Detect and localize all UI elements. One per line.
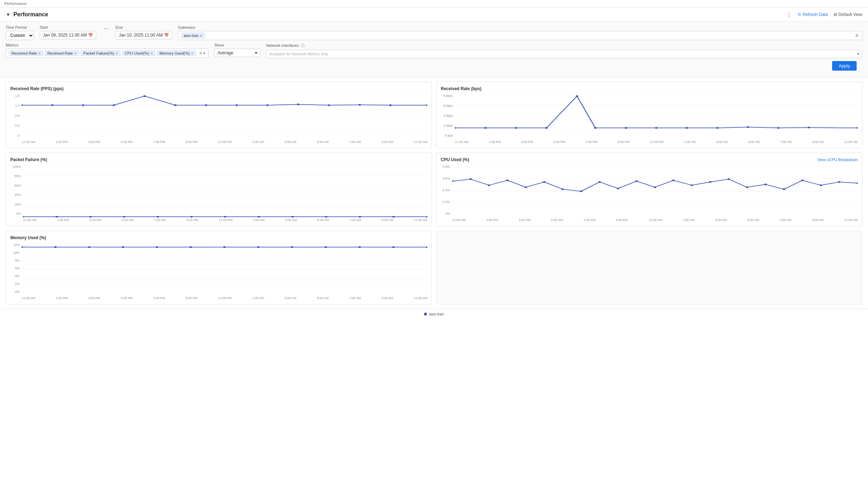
metric-tag-close-2[interactable]: ✕ [74,51,77,55]
add-icon: ▾ [203,51,205,56]
x-axis-label: 11:00 PM [219,218,233,222]
x-axis-label: 3:00 PM [521,140,533,144]
metric-tag-close-4[interactable]: ✕ [150,51,153,55]
svg-point-35 [777,127,780,129]
network-int-input[interactable]: Available for Network Metrics only ▾ [266,50,862,58]
x-axis-label: 11:00 PM [649,218,662,222]
y-axis-label: 20% [15,203,21,206]
svg-point-14 [297,104,299,105]
svg-point-93 [54,246,57,248]
end-label: End [115,25,172,29]
y-axis-label: 0.8 [15,114,20,117]
received-rate-pps-chart: Received Rate (PPS) (pps) 1.6 1.2 0.8 0.… [6,82,432,148]
x-axis-label: 5:00 AM [317,140,329,144]
gateways-input[interactable]: aws-tran ✕ ✕ [178,31,862,40]
y-axis-label: 0 bps [445,134,453,137]
x-axis-label: 7:00 PM [585,140,597,144]
x-axis-label: 1:00 AM [683,218,694,222]
svg-point-104 [426,246,427,248]
x-axis-label: 9:00 PM [186,218,199,222]
x-axis-label: 9:00 AM [381,218,393,222]
y-axis-label: 0% [16,212,21,215]
received-rate-bps-chart: Received Rate (bps) 8 kbps 6 kbps 4 kbps… [436,82,862,148]
svg-point-11 [205,104,207,106]
svg-point-13 [266,104,269,106]
metric-tag-packet-failure: Packet Failure(%) ✕ [81,50,120,56]
packet-failure-svg [23,165,427,218]
end-date-input[interactable]: Jan 10, 2025 11:00 AM 📅 [115,31,172,39]
y-axis-label: 40% [15,193,21,197]
svg-point-32 [685,127,688,129]
y-axis-label: 8% [15,259,20,262]
metric-tag-received-rate-1: Received Rate ✕ [9,50,43,56]
x-axis-label: 7:00 AM [780,218,791,222]
svg-point-10 [174,104,177,106]
x-axis-label: 11:00 AM [844,140,858,144]
x-axis-label: 11:00 AM [414,296,427,300]
time-period-select[interactable]: Custom [6,31,34,40]
refresh-icon: ↻ [798,12,801,17]
x-axis-label: 5:00 AM [317,296,329,300]
show-group: Show Average ▾ [214,43,260,57]
more-options-icon[interactable]: ⋮ [786,11,792,18]
svg-point-67 [543,181,546,183]
gateways-group: Gateways aws-tran ✕ ✕ [178,25,862,40]
svg-point-62 [452,180,453,182]
network-int-label: Network Interfaces ⓘ [266,43,862,48]
svg-point-70 [598,181,601,183]
x-axis-label: 7:00 AM [780,140,792,144]
collapse-icon[interactable]: ▼ [6,12,11,17]
start-date-group: Start Jan 09, 2025 11:00 AM 📅 [40,25,96,39]
y-axis-label: 4% [15,274,20,278]
memory-used-chart: Memory Used (%) 12% 10% 8% 6% 4% 2% 0% [6,231,432,304]
refresh-data-button[interactable]: ↻ Refresh Data [798,12,828,17]
apply-button[interactable]: Apply [832,61,857,71]
packet-failure-title: Packet Failure (%) [10,157,47,162]
y-axis-label: 100% [13,165,21,169]
legend-color-dot [424,313,427,315]
metric-tag-received-rate-2: Received Rate ✕ [45,50,79,56]
x-axis-label: 9:00 PM [618,140,630,144]
svg-point-97 [189,246,192,248]
x-axis-label: 1:00 PM [486,218,498,222]
browser-tab: Performance [0,0,868,7]
y-axis-label: 8 kbps [443,94,453,98]
svg-point-66 [525,186,527,188]
metric-tag-close-1[interactable]: ✕ [38,51,41,55]
svg-point-96 [156,246,158,248]
metrics-input[interactable]: Received Rate ✕ Received Rate ✕ Packet F… [6,49,208,58]
page-title: Performance [13,11,48,18]
cpu-used-title: CPU Used (%) [441,157,469,162]
x-axis-label: 3:00 PM [88,140,100,144]
vcpu-breakdown-link[interactable]: View vCPU Breakdown [817,158,858,162]
y-axis-label: 6 kbps [443,104,453,108]
date-separator: — [102,25,110,31]
time-period-group: Time Period Custom [6,25,34,40]
x-axis-label: 11:00 PM [218,296,232,300]
y-axis-label: 10% [13,251,20,254]
gateway-tag-close[interactable]: ✕ [200,34,202,38]
svg-point-81 [801,180,804,181]
x-axis-label: 9:00 AM [381,296,393,300]
x-axis-label: 1:00 PM [57,218,69,222]
svg-point-75 [690,185,693,186]
y-axis-label: 0.6% [443,177,450,180]
svg-point-73 [654,186,656,188]
show-select[interactable]: Average ▾ [214,49,260,57]
x-axis-label: 11:00 AM [452,218,466,222]
gateways-clear-icon[interactable]: ✕ [855,33,859,38]
metric-tag-close-5[interactable]: ✕ [191,51,194,55]
x-axis-label: 1:00 PM [56,296,68,300]
x-axis-label: 3:00 PM [89,218,102,222]
metrics-clear-button[interactable]: ✕ ▾ [199,51,205,56]
start-date-input[interactable]: Jan 09, 2025 11:00 AM 📅 [40,31,96,39]
metric-tag-close-3[interactable]: ✕ [115,51,118,55]
empty-chart-placeholder [436,231,862,304]
top-bar: ▼ Performance ⋮ ↻ Refresh Data ⊞ Default… [0,7,868,22]
svg-point-95 [122,246,124,248]
x-axis-label: 5:00 PM [551,218,563,222]
svg-point-82 [820,185,822,186]
x-axis-label: 3:00 PM [519,218,531,222]
layout-icon: ⊞ [834,12,837,17]
default-view-button[interactable]: ⊞ Default View [834,12,862,17]
